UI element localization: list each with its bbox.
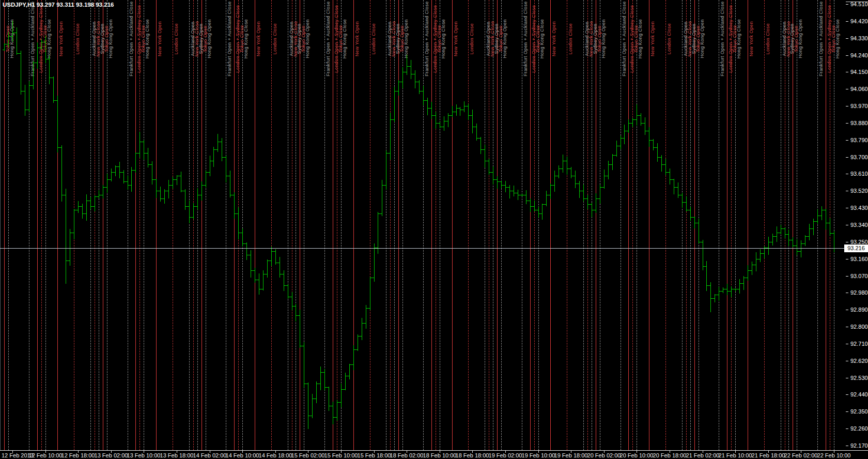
time-label: 15 Feb 02:00 (291, 452, 325, 458)
price-bars-layer (0, 0, 846, 450)
price-label: 93.880 (850, 120, 868, 126)
price-tick (846, 225, 848, 225)
price-tick (846, 411, 848, 412)
price-tick (846, 4, 848, 5)
price-tick (846, 174, 848, 174)
mt4-chart-window[interactable]: Tokyo OpenHong Kong OpenFrankfurt Open +… (0, 0, 868, 459)
price-label: 93.070 (850, 273, 868, 279)
price-tick (846, 72, 848, 72)
time-label: 18 Feb 02:00 (390, 452, 424, 458)
price-label: 94.330 (850, 35, 868, 41)
price-tick (846, 310, 848, 310)
time-label: 13 Feb 18:00 (160, 452, 194, 458)
price-label: 93.160 (850, 256, 868, 262)
price-tick (846, 344, 848, 344)
price-label: 93.970 (850, 103, 868, 109)
price-label: 93.790 (850, 137, 868, 143)
price-tick (846, 157, 848, 158)
time-label: 21 Feb 02:00 (686, 452, 720, 458)
price-label: 94.060 (850, 86, 868, 92)
time-label: 21 Feb 10:00 (719, 452, 752, 458)
time-label: 19 Feb 02:00 (489, 452, 522, 458)
time-label: 14 Feb 18:00 (259, 452, 292, 458)
price-label: 93.610 (850, 171, 868, 177)
time-label: 15 Feb 18:00 (358, 452, 391, 458)
time-label: 12 Feb 10:00 (29, 452, 63, 458)
time-label: 14 Feb 02:00 (193, 452, 227, 458)
price-tick (846, 378, 848, 378)
ohlc-bars (3, 21, 836, 429)
time-axis[interactable]: 12 Feb 201312 Feb 10:0012 Feb 18:0013 Fe… (0, 450, 868, 459)
price-label: 92.800 (850, 324, 868, 330)
time-label: 20 Feb 18:00 (653, 452, 687, 458)
price-tick (846, 394, 848, 395)
time-label: 20 Feb 02:00 (587, 452, 621, 458)
price-label: 92.530 (850, 375, 868, 381)
price-tick (846, 55, 848, 56)
time-label: 12 Feb 18:00 (61, 452, 95, 458)
price-label: 93.520 (850, 188, 868, 194)
price-axis[interactable]: 94.51094.42094.33094.24094.15094.06093.9… (846, 0, 868, 459)
price-label: 93.430 (850, 205, 868, 211)
ohlc-values: 93.297 93.311 93.198 93.216 (37, 2, 114, 8)
time-label: 20 Feb 10:00 (620, 452, 654, 458)
price-tick (846, 242, 848, 242)
time-label: 21 Feb 18:00 (752, 452, 785, 458)
price-label: 92.440 (850, 391, 868, 397)
time-label: 13 Feb 02:00 (95, 452, 128, 458)
chart-title: USDJPY,H1 93.297 93.311 93.198 93.216 (3, 2, 114, 8)
current-price-line (0, 248, 846, 249)
time-label: 19 Feb 18:00 (554, 452, 588, 458)
time-label: 18 Feb 10:00 (423, 452, 457, 458)
price-tick (846, 446, 848, 446)
price-label: 92.620 (850, 358, 868, 364)
price-label: 94.420 (850, 18, 868, 24)
price-tick (846, 293, 848, 293)
price-tick (846, 89, 848, 89)
price-label: 94.510 (850, 1, 868, 7)
price-label: 92.980 (850, 289, 868, 296)
time-label: 14 Feb 10:00 (226, 452, 259, 458)
price-tick (846, 38, 848, 39)
time-label: 13 Feb 10:00 (127, 452, 161, 458)
price-tick (846, 259, 848, 259)
price-tick (846, 191, 848, 191)
time-label: 18 Feb 18:00 (456, 452, 489, 458)
price-tick (846, 361, 848, 361)
price-tick (846, 327, 848, 327)
price-tick (846, 21, 848, 22)
price-label: 92.350 (850, 408, 868, 415)
time-label: 19 Feb 10:00 (522, 452, 555, 458)
price-label: 92.260 (850, 425, 868, 432)
price-tick (846, 208, 848, 208)
time-label: 15 Feb 10:00 (324, 452, 358, 458)
price-label: 92.710 (850, 341, 868, 347)
price-label: 92.170 (850, 442, 868, 449)
price-label: 93.340 (850, 222, 868, 228)
price-label: 94.150 (850, 69, 868, 75)
chart-plot-area[interactable]: Tokyo OpenHong Kong OpenFrankfurt Open +… (0, 0, 846, 450)
price-label: 93.700 (850, 154, 868, 160)
symbol-period: USDJPY,H1 (3, 2, 35, 8)
price-tick (846, 140, 848, 141)
time-label: 22 Feb 02:00 (784, 452, 818, 458)
price-label: 94.240 (850, 52, 868, 58)
price-tick (846, 106, 848, 106)
price-tick (846, 276, 848, 277)
current-price-box: 93.216 (844, 244, 868, 252)
time-label: 22 Feb 10:00 (817, 452, 851, 458)
price-tick (846, 123, 848, 124)
price-label: 92.890 (850, 307, 868, 313)
price-tick (846, 429, 848, 429)
